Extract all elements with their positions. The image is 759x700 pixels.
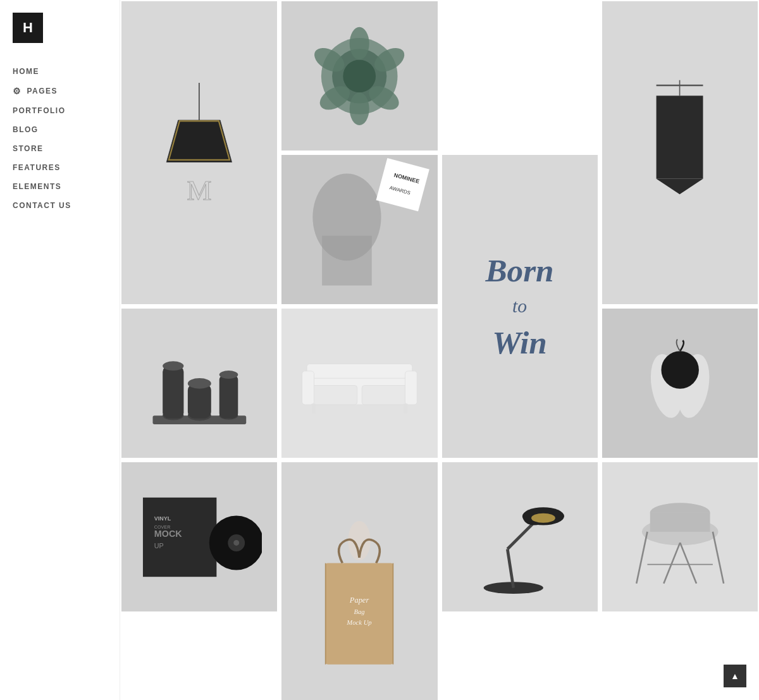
chair-svg [626, 481, 734, 593]
born-to-win-svg: Born to Win [457, 200, 582, 412]
sofa-svg [297, 338, 422, 428]
svg-marker-16 [657, 179, 703, 195]
svg-rect-18 [322, 236, 372, 286]
svg-line-69 [713, 531, 724, 583]
main-content: M [120, 0, 759, 700]
svg-text:MOCK: MOCK [154, 529, 182, 539]
svg-text:Win: Win [492, 324, 546, 360]
grid-item-desk-lamp[interactable] [441, 461, 599, 613]
grid-item-banner[interactable] [601, 0, 759, 305]
svg-rect-37 [405, 371, 417, 405]
sidebar-item-pages[interactable]: ⚙ PAGES [0, 81, 120, 101]
svg-rect-30 [219, 374, 238, 418]
svg-rect-36 [302, 371, 314, 405]
banner-svg [641, 47, 719, 259]
svg-point-25 [163, 361, 183, 371]
svg-point-62 [532, 513, 556, 522]
lamp-svg: M [152, 62, 246, 243]
svg-text:M: M [187, 175, 211, 206]
grid-item-chair[interactable] [601, 461, 759, 613]
svg-rect-15 [657, 95, 703, 178]
svg-rect-19 [376, 158, 429, 211]
sidebar-item-elements[interactable]: ELEMENTS [0, 177, 120, 196]
grid-item-hands[interactable] [601, 307, 759, 459]
grid-item-vases[interactable] [120, 307, 278, 459]
sidebar: H HOME ⚙ PAGES PORTFOLIO BLOG STORE FEAT… [0, 0, 120, 700]
store-label: STORE [13, 144, 44, 153]
gear-icon: ⚙ [13, 86, 22, 96]
svg-point-10 [350, 92, 369, 125]
hands-svg [626, 316, 734, 450]
grid-item-portrait[interactable]: NOMINEE AWARDS [280, 154, 438, 305]
svg-rect-35 [307, 364, 412, 379]
sidebar-logo[interactable]: H [13, 13, 43, 43]
grid-item-born-to-win[interactable]: Born to Win [441, 154, 599, 459]
portrait-svg: NOMINEE AWARDS [281, 155, 437, 304]
svg-rect-65 [650, 512, 710, 531]
svg-line-67 [680, 543, 696, 584]
sidebar-item-contact[interactable]: CONTACT US [0, 196, 120, 215]
svg-marker-1 [166, 120, 231, 162]
sidebar-nav: HOME ⚙ PAGES PORTFOLIO BLOG STORE FEATUR… [0, 56, 120, 221]
scroll-to-top[interactable]: ▲ [724, 665, 746, 687]
svg-point-7 [350, 27, 369, 59]
logo-letter: H [23, 20, 33, 36]
svg-line-66 [663, 543, 680, 584]
svg-text:Paper: Paper [349, 596, 369, 605]
svg-point-6 [343, 59, 376, 92]
bag-svg: Paper Bag Mock Up [309, 500, 410, 700]
svg-text:to: to [512, 296, 527, 316]
svg-point-28 [188, 378, 211, 389]
desk-lamp-svg [465, 477, 574, 597]
home-label: HOME [13, 67, 39, 76]
svg-rect-33 [309, 386, 357, 405]
elements-label: ELEMENTS [13, 182, 61, 191]
grid-item-sofa[interactable] [280, 307, 438, 459]
vases-svg [141, 324, 258, 443]
portfolio-label: PORTFOLIO [13, 106, 66, 115]
svg-text:Mock Up: Mock Up [347, 618, 372, 626]
grid-item-bag[interactable]: Paper Bag Mock Up [280, 461, 438, 700]
svg-text:UP: UP [154, 542, 163, 550]
sidebar-item-home[interactable]: HOME [0, 62, 120, 81]
svg-rect-34 [362, 386, 410, 405]
portfolio-grid: M [120, 0, 759, 700]
svg-rect-24 [163, 365, 183, 418]
grid-item-lamp[interactable]: M [120, 0, 278, 305]
grid-item-vinyl[interactable]: VINYL COVER MOCK UP [120, 461, 278, 613]
chevron-up-icon: ▲ [731, 671, 739, 681]
svg-rect-39 [404, 404, 407, 414]
svg-text:Bag: Bag [354, 608, 366, 615]
sidebar-item-features[interactable]: FEATURES [0, 158, 120, 177]
svg-point-50 [233, 539, 239, 545]
sidebar-item-portfolio[interactable]: PORTFOLIO [0, 101, 120, 120]
contact-label: CONTACT US [13, 201, 71, 210]
sidebar-item-store[interactable]: STORE [0, 139, 120, 158]
blog-label: BLOG [13, 125, 39, 134]
features-label: FEATURES [13, 163, 61, 172]
svg-rect-38 [312, 404, 316, 414]
svg-point-42 [661, 351, 698, 388]
svg-point-31 [219, 371, 238, 379]
vinyl-svg: VINYL COVER MOCK UP [137, 481, 262, 593]
svg-line-68 [636, 531, 647, 583]
pages-label: PAGES [27, 87, 58, 95]
succulent-svg [305, 16, 414, 136]
svg-text:Born: Born [485, 252, 554, 288]
svg-text:VINYL: VINYL [154, 515, 171, 521]
grid-item-succulent[interactable] [280, 0, 438, 152]
sidebar-item-blog[interactable]: BLOG [0, 120, 120, 139]
